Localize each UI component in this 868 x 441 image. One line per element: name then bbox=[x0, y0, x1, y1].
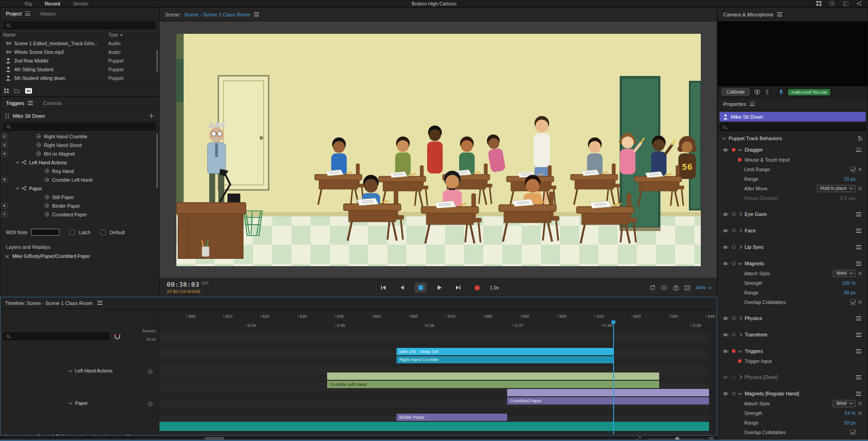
go-to-start-button[interactable] bbox=[377, 283, 389, 293]
snapshot-icon[interactable] bbox=[673, 285, 679, 290]
timeline-bar[interactable] bbox=[327, 373, 659, 380]
arm-record-circle[interactable] bbox=[732, 245, 736, 249]
project-search[interactable] bbox=[3, 21, 156, 29]
remove-param-icon[interactable] bbox=[858, 271, 862, 275]
behavior-menu-icon[interactable] bbox=[856, 229, 861, 233]
tab-project[interactable]: Project bbox=[6, 11, 21, 16]
chevron-down-icon[interactable] bbox=[722, 136, 725, 139]
snap-icon[interactable] bbox=[114, 333, 121, 340]
eye-icon[interactable] bbox=[722, 349, 729, 353]
stop-button[interactable] bbox=[415, 283, 427, 293]
behavior-menu-icon[interactable] bbox=[856, 212, 861, 216]
chevron-down-icon[interactable] bbox=[708, 285, 712, 289]
after-move-dropdown[interactable]: Hold in place bbox=[817, 185, 856, 192]
panel-menu-icon[interactable] bbox=[25, 11, 30, 16]
timeline-bar[interactable]: take 105 - Swap Set bbox=[397, 348, 613, 355]
onion-skin-icon[interactable] bbox=[661, 285, 667, 290]
project-row[interactable]: 2nd Row Middle Puppet bbox=[0, 56, 159, 65]
remove-param-icon[interactable] bbox=[858, 167, 862, 171]
trigger-row[interactable]: 7 Crumbled Paper bbox=[0, 210, 159, 219]
trigger-search-input[interactable] bbox=[12, 124, 153, 129]
overlap-checkbox[interactable] bbox=[850, 299, 856, 305]
timeline-bar[interactable] bbox=[159, 422, 709, 431]
timeline-tracks[interactable]: take 105 - Swap Set Right Hand Crumble C… bbox=[159, 334, 709, 434]
behavior-triggers[interactable]: Triggers bbox=[722, 346, 856, 356]
layout-icon[interactable] bbox=[843, 1, 848, 6]
loop-icon[interactable] bbox=[650, 285, 656, 290]
trigger-set-row[interactable]: Mike Sit Down bbox=[0, 110, 159, 121]
eye-icon[interactable] bbox=[722, 229, 729, 233]
arm-record-circle[interactable] bbox=[732, 392, 736, 395]
add-behavior-icon[interactable] bbox=[857, 136, 863, 141]
grid-icon[interactable] bbox=[4, 89, 9, 93]
default-checkbox[interactable] bbox=[101, 230, 106, 235]
remove-param-icon[interactable] bbox=[858, 411, 862, 415]
tab-triggers[interactable]: Triggers bbox=[6, 100, 24, 106]
timeline-bar[interactable]: Right Hand Crumble bbox=[397, 356, 613, 363]
arm-record-circle[interactable] bbox=[732, 212, 736, 216]
clock-icon[interactable] bbox=[830, 1, 835, 6]
webcam-icon[interactable] bbox=[754, 89, 760, 95]
remove-param-icon[interactable] bbox=[858, 401, 862, 405]
range-value[interactable]: 50 px bbox=[844, 420, 856, 425]
panel-menu-icon[interactable] bbox=[777, 12, 782, 16]
zoom-level[interactable]: 44% bbox=[696, 285, 706, 290]
panel-menu-icon[interactable] bbox=[254, 12, 259, 16]
project-search-input[interactable] bbox=[12, 23, 153, 28]
arm-record-circle[interactable] bbox=[732, 229, 736, 232]
add-trigger-icon[interactable] bbox=[149, 113, 154, 118]
overlap-checkbox[interactable] bbox=[850, 430, 856, 435]
latch-checkbox[interactable] bbox=[69, 230, 75, 235]
safe-zones-icon[interactable] bbox=[684, 285, 690, 290]
trigger-row[interactable]: 5 Crumble Left Hand bbox=[0, 175, 159, 184]
arm-record-circle[interactable] bbox=[732, 333, 736, 336]
strength-value[interactable]: 100 % bbox=[842, 280, 856, 286]
chevron-right-icon[interactable] bbox=[738, 375, 742, 379]
behavior-dragger[interactable]: Dragger bbox=[722, 145, 856, 155]
range-value[interactable]: 20 px bbox=[844, 176, 856, 182]
timeline-search-input[interactable] bbox=[12, 334, 106, 339]
chevron-down-icon[interactable] bbox=[69, 400, 72, 404]
param-trigger-input[interactable]: Trigger Input bbox=[722, 356, 856, 366]
trigger-row[interactable]: Left Hand Actions bbox=[0, 158, 159, 167]
behavior-menu-icon[interactable] bbox=[856, 262, 861, 266]
remove-icon[interactable] bbox=[5, 254, 9, 258]
behavior-transform[interactable]: Transform bbox=[722, 330, 856, 340]
remove-param-icon[interactable] bbox=[858, 300, 862, 304]
drag-handle-icon[interactable] bbox=[5, 113, 9, 119]
trigger-row[interactable]: 4 RH no Magnet bbox=[0, 149, 159, 158]
behavior-menu-icon[interactable] bbox=[856, 333, 861, 337]
chevron-right-icon[interactable] bbox=[738, 212, 742, 216]
behavior-magnets-regular-hand[interactable]: Magnets [Regular Hand] bbox=[722, 388, 856, 399]
scene-name[interactable]: Scene - Scene 1 Class Room bbox=[184, 12, 250, 17]
scrollbar[interactable] bbox=[156, 50, 158, 72]
arm-record-circle[interactable] bbox=[732, 262, 736, 265]
attach-style-dropdown[interactable]: Weld bbox=[833, 270, 856, 277]
scrollbar[interactable] bbox=[156, 134, 158, 189]
playhead[interactable] bbox=[613, 324, 614, 434]
body-tracking-icon[interactable] bbox=[765, 89, 769, 95]
track-group-left-hand-actions[interactable]: Left Hand Actions bbox=[69, 368, 112, 373]
panel-menu-icon[interactable] bbox=[750, 102, 755, 106]
timeline-bar[interactable]: Crumbled Paper bbox=[507, 397, 709, 404]
chevron-right-icon[interactable] bbox=[738, 245, 742, 249]
chevron-down-icon[interactable] bbox=[16, 186, 19, 189]
behavior-lip-sync[interactable]: Lip Sync bbox=[722, 242, 856, 252]
range-value[interactable]: 99 px bbox=[844, 290, 856, 295]
track-target-icon[interactable] bbox=[148, 369, 153, 374]
trigger-row[interactable]: Reg Hand bbox=[0, 167, 159, 175]
project-row[interactable]: Whole Scene One.mp3 Audio bbox=[0, 47, 159, 56]
eye-icon[interactable] bbox=[722, 333, 729, 337]
chevron-down-icon[interactable] bbox=[738, 147, 742, 151]
eye-icon[interactable] bbox=[722, 212, 729, 216]
eye-icon[interactable] bbox=[722, 148, 729, 152]
microphone-icon[interactable] bbox=[779, 89, 783, 95]
trigger-row[interactable]: Still Paper bbox=[0, 193, 159, 201]
track-group-paper[interactable]: Paper bbox=[69, 400, 88, 406]
arm-record-circle[interactable] bbox=[732, 375, 736, 379]
arm-record-circle[interactable] bbox=[732, 316, 736, 320]
tab-controls[interactable]: Controls bbox=[43, 100, 62, 106]
play-button[interactable] bbox=[434, 283, 445, 293]
limit-range-checkbox[interactable] bbox=[850, 167, 856, 172]
behaviors-section-row[interactable]: Puppet Track Behaviors bbox=[718, 134, 868, 143]
